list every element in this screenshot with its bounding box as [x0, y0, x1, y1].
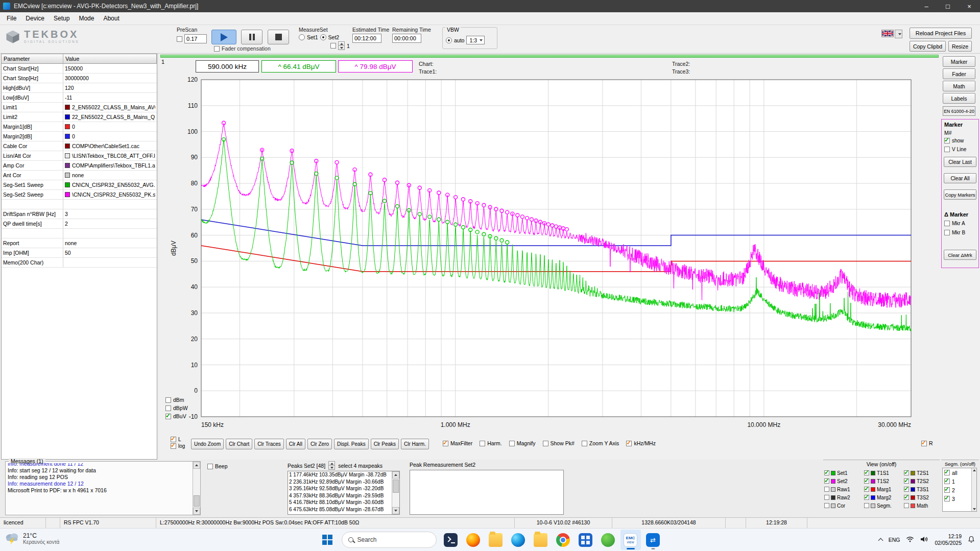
resize-button[interactable]: Resize — [948, 41, 972, 52]
chart-option-checkbox[interactable] — [509, 441, 515, 446]
param-row[interactable]: Chart Start[Hz] 150000 — [2, 64, 157, 74]
sidebar-button[interactable]: Labels — [943, 93, 975, 104]
peaks-spinner[interactable] — [328, 461, 335, 470]
scroll-down-icon[interactable] — [193, 508, 200, 515]
chart-option-checkbox[interactable] — [443, 441, 448, 446]
segment-option-row[interactable]: 2 — [943, 486, 971, 494]
chart-control-button[interactable]: Clr Traces — [254, 439, 284, 449]
param-row[interactable]: QP dwell time[s] 2 — [2, 219, 157, 229]
play-button[interactable] — [211, 30, 236, 44]
chart-control-button[interactable]: Clr All — [286, 439, 305, 449]
param-row[interactable]: High[dBuV] 120 — [2, 83, 157, 93]
chart-option-row[interactable]: MaxFilter — [443, 440, 472, 446]
scroll-up-icon[interactable] — [392, 471, 399, 478]
volume-icon[interactable] — [920, 536, 928, 543]
view-option-checkbox[interactable] — [904, 487, 909, 492]
menu-item[interactable]: Mode — [74, 13, 99, 24]
param-row[interactable]: Seg-Set2 Sweep \CN\CN_CISPR32_EN55032_PK… — [2, 190, 157, 200]
view-option-row[interactable]: Raw2 — [824, 493, 864, 501]
view-option-row[interactable]: T3S1 — [904, 485, 940, 493]
view-option-row[interactable]: T2S1 — [904, 469, 940, 477]
view-option-checkbox[interactable] — [824, 503, 829, 508]
chart-option-checkbox[interactable] — [480, 441, 485, 446]
chart-option-row[interactable]: Harm. — [480, 440, 502, 446]
scrollbar-thumb[interactable] — [194, 495, 200, 507]
chart-control-button[interactable]: Clr Chart — [226, 439, 252, 449]
param-row[interactable]: Report none — [2, 238, 157, 248]
param-row[interactable]: Cable Cor COMP\Other\CableSet1.cac — [2, 141, 157, 151]
scrollbar[interactable] — [971, 468, 976, 511]
taskbar-app-edge[interactable] — [508, 530, 529, 550]
stop-button[interactable] — [268, 30, 289, 44]
repeat-checkbox[interactable] — [330, 43, 336, 49]
unit-checkbox[interactable] — [165, 414, 171, 419]
view-option-checkbox[interactable] — [904, 470, 909, 475]
param-row[interactable]: Amp Cor COMP\Amplifiers\Tekbox_TBFL1.amp — [2, 161, 157, 171]
view-option-row[interactable]: Marg1 — [864, 485, 904, 493]
view-option-row[interactable]: T1S2 — [864, 477, 904, 485]
prescan-checkbox[interactable] — [177, 36, 182, 42]
view-option-row[interactable]: T3S2 — [904, 493, 940, 501]
param-row[interactable]: Low[dBuV] -11 — [2, 93, 157, 103]
wifi-icon[interactable] — [906, 536, 914, 543]
chart-option-row[interactable]: Magnify — [509, 440, 536, 446]
view-option-row[interactable]: Set1 — [824, 469, 864, 477]
param-row[interactable]: Ant Cor none — [2, 171, 157, 180]
peak-list-item[interactable]: 6 475.63kHz 85.08dBμV Margin -28.67dB — [288, 506, 392, 513]
vbw-ratio-dropdown[interactable]: 1:3 — [466, 36, 485, 44]
unit-checkbox[interactable] — [165, 405, 171, 411]
sidebar-button[interactable]: Fader — [943, 68, 975, 79]
menu-item[interactable]: File — [2, 13, 21, 24]
clear-delta-marker-button[interactable]: Clear ΔMrk — [944, 250, 976, 260]
spectrum-chart[interactable]: 1201101009080706050403020100-10150 kHz1.… — [164, 77, 930, 433]
chart-option-checkbox[interactable] — [582, 441, 587, 446]
chart-control-button[interactable]: Clr Peaks — [371, 439, 399, 449]
minimize-button[interactable]: – — [916, 0, 937, 12]
pause-button[interactable] — [241, 30, 262, 44]
chart-control-button[interactable]: Displ. Peaks — [334, 439, 369, 449]
view-option-checkbox[interactable] — [904, 478, 909, 484]
view-option-checkbox[interactable] — [904, 495, 909, 500]
scrollbar[interactable] — [193, 462, 200, 515]
taskbar-clock[interactable]: 12:19 02/05/2025 — [935, 533, 962, 546]
param-row[interactable]: Margin1[dB] 0 — [2, 122, 157, 132]
search-input[interactable]: Search — [342, 532, 437, 548]
beep-checkbox[interactable] — [207, 464, 213, 469]
peak-list-item[interactable]: 5 416.78kHz 88.10dBμV Margin -30.60dB — [288, 499, 392, 506]
segment-option-row[interactable]: 1 — [943, 477, 971, 486]
param-row[interactable] — [2, 200, 157, 209]
maximize-button[interactable]: □ — [937, 0, 959, 12]
right-axis-checkbox[interactable] — [921, 441, 927, 446]
bell-icon[interactable] — [968, 536, 975, 544]
taskbar-app-chrome[interactable] — [553, 530, 573, 550]
standard-selector[interactable]: EN 61000-4-20 — [943, 106, 975, 116]
sidebar-button[interactable]: Math — [943, 81, 975, 91]
chart-control-button[interactable]: Clr Zero — [307, 439, 332, 449]
taskbar-app-office[interactable] — [576, 530, 596, 550]
copy-markers-button[interactable]: Copy Markers — [944, 189, 976, 200]
view-option-checkbox[interactable] — [824, 470, 829, 475]
view-option-row[interactable]: Segm. — [864, 501, 904, 510]
scrollbar[interactable] — [392, 471, 399, 514]
param-row[interactable]: DriftSpan n°RBW [Hz] 3 — [2, 209, 157, 219]
peak-list-item[interactable]: 2 236.31kHz 92.89dBμV Margin -30.66dB — [288, 478, 392, 486]
view-option-checkbox[interactable] — [864, 487, 869, 492]
view-option-row[interactable]: Marg2 — [864, 493, 904, 501]
view-option-checkbox[interactable] — [864, 478, 869, 484]
param-row[interactable]: Memo(200 Char) — [2, 258, 157, 268]
repeat-spinner[interactable] — [338, 41, 345, 50]
chart-option-row[interactable]: Zoom Y Axis — [582, 440, 619, 446]
taskbar-app-terminal[interactable] — [441, 530, 461, 550]
menu-item[interactable]: Setup — [49, 13, 74, 24]
sidebar-button[interactable]: Marker — [943, 56, 975, 67]
menu-item[interactable]: About — [99, 13, 124, 24]
taskbar-app-emcview[interactable]: EMC view — [620, 530, 641, 550]
set2-radio[interactable] — [320, 34, 326, 40]
view-option-checkbox[interactable] — [824, 478, 829, 484]
chart-control-button[interactable]: Clr Harm. — [401, 439, 429, 449]
language-dropdown[interactable] — [895, 30, 902, 38]
prescan-input[interactable]: 0.17 — [184, 34, 207, 43]
segment-option-row[interactable]: 3 — [943, 494, 971, 503]
copy-clipboard-button[interactable]: Copy Clipbd — [910, 41, 946, 52]
peak-list-item[interactable]: 1 177.46kHz 103.35dBμV Margin -38.72dB — [288, 471, 392, 478]
